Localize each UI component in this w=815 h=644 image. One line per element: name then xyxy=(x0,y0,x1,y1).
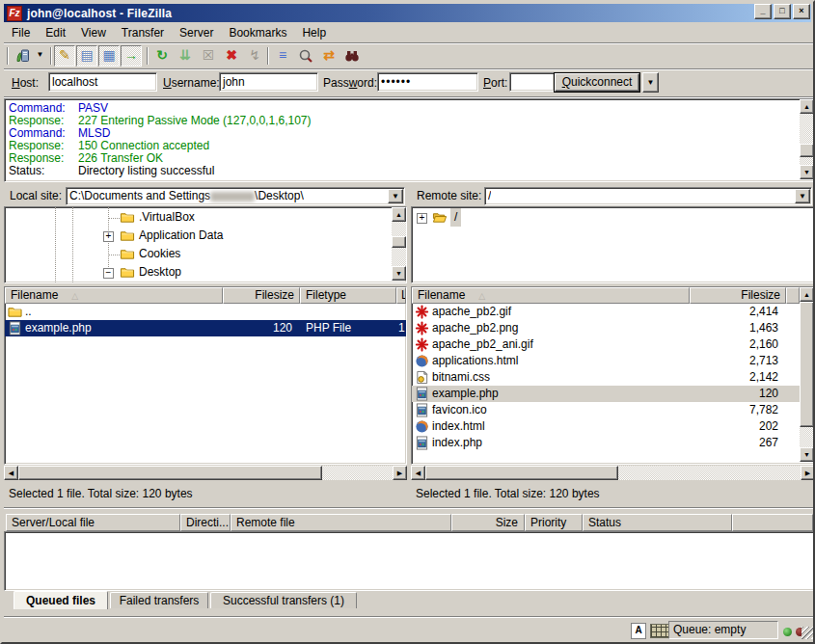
column-filename[interactable]: Filename△ xyxy=(412,287,690,304)
site-manager-dropdown[interactable]: ▼ xyxy=(34,45,46,67)
expander-minus-icon[interactable]: − xyxy=(103,268,114,279)
column-server-local-file[interactable]: Server/Local file xyxy=(6,514,180,531)
file-row-parent[interactable]: .. xyxy=(5,304,406,320)
disconnect-button[interactable]: ✖ xyxy=(221,45,242,67)
local-site-combo[interactable]: C:\Documents and Settings\Desktop\ ▼ xyxy=(66,187,405,205)
file-row[interactable]: bitnami.css 2,142 xyxy=(412,369,800,386)
column-direction[interactable]: Directi... xyxy=(180,514,231,531)
menu-server[interactable]: Server xyxy=(172,24,221,41)
log-scrollbar[interactable]: ▲ ▼ xyxy=(800,99,814,179)
sync-browsing-button[interactable]: ⇄ xyxy=(318,45,340,67)
column-filename[interactable]: Filename△ xyxy=(5,287,223,304)
quickconnect-dropdown[interactable]: ▼ xyxy=(642,72,659,93)
port-input[interactable] xyxy=(509,72,555,92)
scroll-left-button[interactable]: ◀ xyxy=(411,466,425,480)
compare-button[interactable] xyxy=(295,45,316,67)
sort-asc-icon: △ xyxy=(71,291,78,301)
remote-site-combo[interactable]: / ▼ xyxy=(484,187,812,205)
file-row[interactable]: applications.html 2,713 xyxy=(412,353,800,369)
process-queue-button[interactable]: ⇊ xyxy=(175,45,196,67)
tree-item-cookies[interactable]: Cookies xyxy=(5,245,391,263)
column-filesize[interactable]: Filesize xyxy=(223,287,300,304)
expander-plus-icon[interactable]: + xyxy=(103,231,114,242)
scrollbar-thumb[interactable] xyxy=(425,466,618,480)
find-files-button[interactable] xyxy=(341,45,363,67)
column-size[interactable]: Size xyxy=(451,514,525,531)
scrollbar-thumb[interactable] xyxy=(392,236,406,248)
scroll-right-button[interactable]: ▶ xyxy=(393,466,407,480)
local-tree-scrollbar[interactable]: ▲ ▼ xyxy=(392,207,406,281)
scrollbar-thumb[interactable] xyxy=(800,144,814,157)
maximize-button[interactable]: □ xyxy=(774,4,791,19)
file-row[interactable]: favicon.ico 7,782 xyxy=(412,402,800,418)
scroll-right-button[interactable]: ▶ xyxy=(801,466,815,480)
tree-item-root[interactable]: + / xyxy=(412,208,798,227)
remote-tree: + / xyxy=(411,206,815,283)
scroll-down-button[interactable]: ▼ xyxy=(392,266,406,281)
scroll-up-button[interactable]: ▲ xyxy=(800,99,814,114)
scroll-up-button[interactable]: ▲ xyxy=(392,207,406,222)
column-filesize[interactable]: Filesize xyxy=(690,287,786,304)
quickconnect-button[interactable]: Quickconnect xyxy=(554,72,640,93)
toggle-local-tree-button[interactable]: ▤ xyxy=(76,45,97,67)
scroll-up-button[interactable]: ▲ xyxy=(800,287,814,302)
scrollbar-thumb[interactable] xyxy=(18,466,322,480)
scroll-left-button[interactable]: ◀ xyxy=(4,466,18,480)
remote-vscrollbar[interactable]: ▲ ▼ xyxy=(800,287,814,462)
remote-status-text: Selected 1 file. Total size: 120 bytes xyxy=(411,485,815,502)
scroll-down-button[interactable]: ▼ xyxy=(800,447,814,462)
toggle-queue-button[interactable]: → xyxy=(121,45,142,67)
file-row[interactable]: apache_pb2.png 1,463 xyxy=(412,320,800,336)
minimize-button[interactable]: _ xyxy=(754,4,772,19)
censored-segment xyxy=(210,192,255,201)
remote-hscrollbar[interactable]: ◀ ▶ xyxy=(411,466,815,480)
column-filetype[interactable]: Filetype xyxy=(300,287,396,304)
chevron-down-icon[interactable]: ▼ xyxy=(388,189,403,203)
menu-help[interactable]: Help xyxy=(294,24,334,41)
column-modified[interactable]: L xyxy=(396,287,406,304)
chevron-down-icon[interactable]: ▼ xyxy=(795,189,810,203)
username-input[interactable]: john xyxy=(219,72,318,92)
file-row-selected[interactable]: example.php 120 PHP File 1 xyxy=(5,320,406,336)
site-manager-button[interactable] xyxy=(13,45,34,67)
reconnect-button[interactable]: ↯ xyxy=(244,45,265,67)
close-button[interactable]: × xyxy=(793,4,810,19)
tab-failed-transfers[interactable]: Failed transfers xyxy=(110,592,208,608)
file-row-selected[interactable]: example.php 120 xyxy=(412,386,800,402)
expander-plus-icon[interactable]: + xyxy=(417,213,427,224)
cancel-button[interactable]: ☒ xyxy=(198,45,219,67)
tab-queued-files[interactable]: Queued files xyxy=(14,591,108,609)
toggle-remote-tree-button[interactable]: ▦ xyxy=(98,45,120,67)
local-hscrollbar[interactable]: ◀ ▶ xyxy=(4,466,407,480)
menu-file[interactable]: File xyxy=(4,24,38,41)
tree-item-virtualbox[interactable]: .VirtualBox xyxy=(5,208,391,227)
host-input[interactable]: localhost xyxy=(48,72,157,92)
file-row[interactable]: apache_pb2_ani.gif 2,160 xyxy=(412,336,800,353)
menu-view[interactable]: View xyxy=(73,24,114,41)
file-row[interactable]: index.html 202 xyxy=(412,418,800,435)
scrollbar-thumb[interactable] xyxy=(800,302,814,427)
column-priority[interactable]: Priority xyxy=(525,514,583,531)
column-remote-file[interactable]: Remote file xyxy=(231,514,451,531)
tab-successful-transfers[interactable]: Successful transfers (1) xyxy=(210,592,357,608)
menu-transfer[interactable]: Transfer xyxy=(114,24,172,41)
menu-edit[interactable]: Edit xyxy=(38,24,73,41)
speed-limits-icon[interactable] xyxy=(650,624,669,638)
file-row[interactable]: apache_pb2.gif 2,414 xyxy=(412,304,800,320)
column-status[interactable]: Status xyxy=(583,514,732,531)
refresh-button[interactable]: ↻ xyxy=(151,45,173,67)
file-row[interactable]: index.php 267 xyxy=(412,435,800,451)
resize-grip[interactable] xyxy=(801,627,814,639)
tree-item-application-data[interactable]: + Application Data xyxy=(5,227,391,245)
filter-button[interactable]: ≡ xyxy=(272,45,293,67)
menu-bookmarks[interactable]: Bookmarks xyxy=(221,24,294,41)
scroll-down-button[interactable]: ▼ xyxy=(800,165,814,179)
tree-item-desktop[interactable]: − Desktop xyxy=(5,263,391,282)
local-path: C:\Documents and Settings\Desktop\ xyxy=(69,189,304,203)
file-name: favicon.ico xyxy=(432,402,487,418)
local-tree: .VirtualBox + Application Data Cookies −… xyxy=(4,206,407,283)
password-input[interactable]: •••••• xyxy=(377,72,478,92)
file-name: apache_pb2.gif xyxy=(432,304,511,320)
title-bar[interactable]: Fz john@localhost - FileZilla xyxy=(4,4,811,22)
toggle-message-log-button[interactable]: ✎ xyxy=(54,45,75,67)
